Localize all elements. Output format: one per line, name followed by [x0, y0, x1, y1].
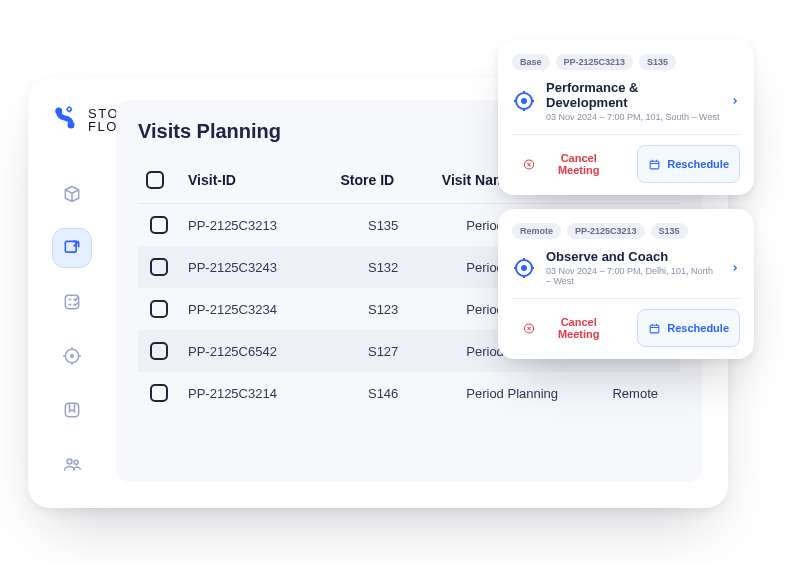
meeting-subtitle: 03 Nov 2024 – 7:00 PM, Delhi, 101, North…: [546, 266, 720, 286]
pill-row: RemotePP-2125C3213S135: [512, 223, 740, 239]
meeting-subtitle: 03 Nov 2024 – 7:00 PM, 101, South – West: [546, 112, 720, 122]
cell-visit-id: PP-2125C3243: [180, 246, 333, 288]
meeting-cards: BasePP-2125C3213S135Performance & Develo…: [498, 40, 754, 359]
row-checkbox-cell: [138, 372, 180, 414]
meeting-card: RemotePP-2125C3213S135Observe and Coach0…: [498, 209, 754, 359]
header-visit-id: Visit-ID: [180, 161, 333, 204]
svg-point-9: [74, 460, 78, 464]
meeting-pill: PP-2125C3213: [567, 223, 645, 239]
chevron-right-icon: [730, 259, 740, 277]
cell-visit-name: Period Planning: [434, 372, 591, 414]
meeting-pill: S135: [639, 54, 676, 70]
cancel-label: Cancel Meeting: [541, 152, 616, 176]
cell-visit-id: PP-2125C3214: [180, 372, 333, 414]
row-checkbox-cell: [138, 204, 180, 247]
cancel-label: Cancel Meeting: [541, 316, 616, 340]
chevron-right-icon: [730, 92, 740, 110]
reschedule-label: Reschedule: [667, 322, 729, 334]
cell-visit-id: PP-2125C3234: [180, 288, 333, 330]
meeting-row[interactable]: Observe and Coach03 Nov 2024 – 7:00 PM, …: [512, 249, 740, 286]
svg-point-15: [522, 266, 526, 270]
header-checkbox-cell: [138, 161, 180, 204]
meeting-title: Performance & Development: [546, 80, 720, 110]
row-checkbox-cell: [138, 246, 180, 288]
meeting-pill: S135: [651, 223, 688, 239]
logo-icon: [50, 104, 78, 136]
meeting-pill: Remote: [512, 223, 561, 239]
cell-store-id: S132: [333, 246, 434, 288]
nav-bookmark[interactable]: [52, 390, 92, 430]
cancel-meeting-button[interactable]: Cancel Meeting: [512, 145, 627, 183]
svg-point-8: [67, 459, 72, 464]
row-checkbox[interactable]: [150, 216, 168, 234]
svg-rect-17: [650, 325, 659, 333]
nav-visits[interactable]: [52, 228, 92, 268]
card-actions: Cancel MeetingReschedule: [512, 134, 740, 183]
row-checkbox-cell: [138, 330, 180, 372]
sidebar: STORE FLOW: [28, 78, 110, 508]
nav-tasks[interactable]: [52, 282, 92, 322]
card-actions: Cancel MeetingReschedule: [512, 298, 740, 347]
cancel-meeting-button[interactable]: Cancel Meeting: [512, 309, 627, 347]
nav-packages[interactable]: [52, 174, 92, 214]
svg-rect-13: [650, 161, 659, 169]
reschedule-button[interactable]: Reschedule: [637, 145, 740, 183]
svg-rect-3: [65, 241, 76, 252]
select-all-checkbox[interactable]: [146, 171, 164, 189]
location-icon: [512, 89, 536, 113]
header-store-id: Store ID: [333, 161, 434, 204]
row-checkbox[interactable]: [150, 384, 168, 402]
cell-store-id: S127: [333, 330, 434, 372]
cell-store-id: S146: [333, 372, 434, 414]
meeting-pill: Base: [512, 54, 550, 70]
reschedule-button[interactable]: Reschedule: [637, 309, 740, 347]
table-row[interactable]: PP-2125C3214S146Period PlanningRemote: [138, 372, 680, 414]
row-checkbox[interactable]: [150, 258, 168, 276]
svg-rect-4: [65, 295, 78, 308]
row-checkbox[interactable]: [150, 300, 168, 318]
cell-store-id: S135: [333, 204, 434, 247]
cell-visit-type: Remote: [591, 372, 680, 414]
pill-row: BasePP-2125C3213S135: [512, 54, 740, 70]
meeting-title: Observe and Coach: [546, 249, 720, 264]
svg-point-11: [522, 99, 526, 103]
row-checkbox[interactable]: [150, 342, 168, 360]
meeting-pill: PP-2125C3213: [556, 54, 634, 70]
nav: [50, 174, 94, 484]
nav-team[interactable]: [52, 444, 92, 484]
cell-visit-id: PP-2125C6542: [180, 330, 333, 372]
location-icon: [512, 256, 536, 280]
nav-target[interactable]: [52, 336, 92, 376]
reschedule-label: Reschedule: [667, 158, 729, 170]
cell-visit-id: PP-2125C3213: [180, 204, 333, 247]
meeting-card: BasePP-2125C3213S135Performance & Develo…: [498, 40, 754, 195]
cell-store-id: S123: [333, 288, 434, 330]
row-checkbox-cell: [138, 288, 180, 330]
meeting-row[interactable]: Performance & Development03 Nov 2024 – 7…: [512, 80, 740, 122]
svg-point-6: [71, 355, 74, 358]
